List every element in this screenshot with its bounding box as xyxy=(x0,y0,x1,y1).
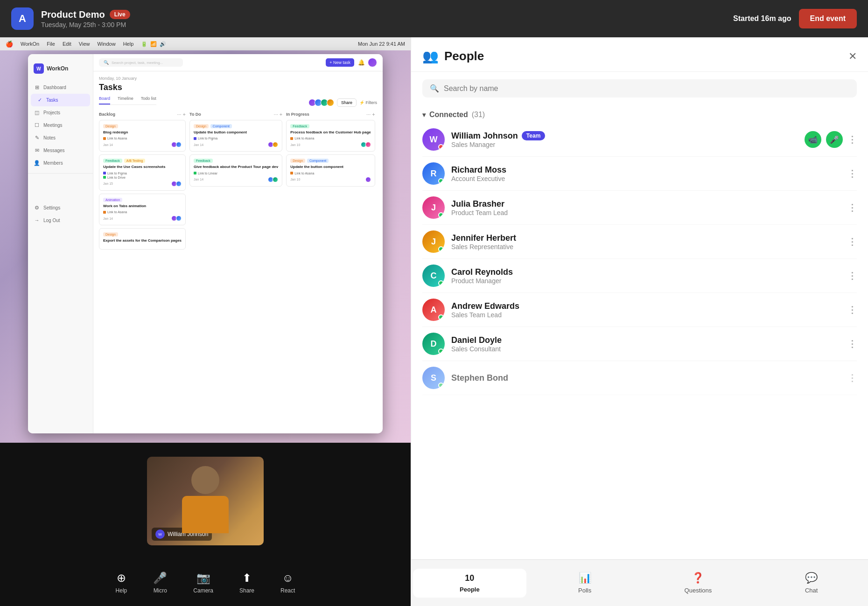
help-icon: ⊕ xyxy=(117,571,126,585)
mac-menu-bar: 🍎 WorkOn File Edit View Window Help 🔋📶🔊 … xyxy=(0,37,411,50)
panel-title-row: 👥 People xyxy=(422,49,484,64)
tag: Component xyxy=(307,159,329,163)
person-info-richard: Richard Moss Account Executive xyxy=(451,165,841,182)
sidebar-item-tasks[interactable]: ✓ Tasks xyxy=(31,94,90,106)
logout-icon: → xyxy=(34,217,40,223)
video-tile-william: W William Johnson xyxy=(147,457,264,545)
app-icon: A xyxy=(11,7,34,30)
help-button[interactable]: ⊕ Help xyxy=(103,566,140,599)
app-topbar-right: + New task 🔔 xyxy=(326,58,377,67)
tab-timeline[interactable]: Timeline xyxy=(118,96,133,104)
task-title: Update the button component xyxy=(290,165,371,169)
column-inprogress-title: In Progress xyxy=(286,112,309,117)
people-search-input[interactable] xyxy=(444,84,849,93)
bottom-bar: ⊕ Help 🎤 Micro 📷 Camera ⬆ Share ☺ React xyxy=(0,559,411,606)
nav-questions-button[interactable]: ❓ Questions xyxy=(642,567,755,599)
person-name-william: William Johnson xyxy=(451,131,518,141)
new-task-button[interactable]: + New task xyxy=(326,58,354,67)
more-menu-jennifer[interactable]: ⋮ xyxy=(847,236,857,247)
video-area: W William Johnson xyxy=(0,443,411,559)
person-name-stephen: Stephen Bond xyxy=(451,373,841,383)
panel-close-button[interactable]: ✕ xyxy=(848,50,857,63)
more-menu-andrew[interactable]: ⋮ xyxy=(847,304,857,315)
more-menu-richard[interactable]: ⋮ xyxy=(847,168,857,179)
more-menu-carol[interactable]: ⋮ xyxy=(847,270,857,281)
more-menu-julia[interactable]: ⋮ xyxy=(847,202,857,213)
sidebar-item-dashboard[interactable]: ⊞ Dashboard xyxy=(28,81,93,94)
more-menu-william[interactable]: ⋮ xyxy=(847,134,857,145)
column-backlog-title: Backlog xyxy=(99,112,115,117)
sidebar-item-members[interactable]: 👤 Members xyxy=(28,157,93,169)
screen-share-area: 🍎 WorkOn File Edit View Window Help 🔋📶🔊 … xyxy=(0,37,411,443)
share-button[interactable]: ⬆ Share xyxy=(226,566,267,599)
more-menu-daniel[interactable]: ⋮ xyxy=(847,338,857,349)
share-button[interactable]: Share xyxy=(337,98,357,107)
react-button[interactable]: ☺ React xyxy=(267,566,308,599)
nav-polls-button[interactable]: 📊 Polls xyxy=(528,567,642,599)
column-inprogress-header: In Progress ··· + xyxy=(286,111,375,117)
sidebar-item-logout[interactable]: → Log Out xyxy=(28,214,93,226)
people-nav-label: People xyxy=(460,586,480,593)
people-panel-icon: 👥 xyxy=(422,49,439,64)
menu-window[interactable]: Window xyxy=(98,41,116,47)
sidebar-item-meetings[interactable]: ☐ Meetings xyxy=(28,119,93,132)
sidebar-item-messages-label: Messages xyxy=(43,148,65,153)
nav-chat-button[interactable]: 💬 Chat xyxy=(755,567,868,599)
tab-todo[interactable]: Todo list xyxy=(141,96,156,104)
task-title: Update the Use Cases screenshots xyxy=(103,165,182,169)
menu-help[interactable]: Help xyxy=(123,41,134,47)
camera-icon: 📷 xyxy=(196,571,210,585)
apple-logo: 🍎 xyxy=(6,41,13,48)
person-avatar-carol: C xyxy=(422,265,445,287)
end-event-button[interactable]: End event xyxy=(799,9,857,28)
video-action-william[interactable]: 📹 xyxy=(805,131,821,148)
app-search-bar[interactable]: 🔍 Search project, task, meeting... xyxy=(99,58,183,67)
more-menu-stephen[interactable]: ⋮ xyxy=(847,372,857,383)
polls-icon: 📊 xyxy=(579,572,591,584)
person-avatar-julia: J xyxy=(422,196,445,219)
tab-board[interactable]: Board xyxy=(99,96,110,104)
column-todo-actions[interactable]: ··· + xyxy=(274,111,283,117)
person-role-william: Sales Manager xyxy=(451,141,798,148)
tag: Component xyxy=(210,124,232,128)
sidebar-item-projects[interactable]: ◫ Projects xyxy=(28,106,93,119)
share-label: Share xyxy=(239,587,254,594)
tag: Feedback xyxy=(194,159,213,163)
column-backlog-actions[interactable]: ··· + xyxy=(177,111,186,117)
board-avatars xyxy=(308,99,334,106)
menu-file[interactable]: File xyxy=(47,41,55,47)
notification-icon[interactable]: 🔔 xyxy=(358,59,365,66)
meetings-icon: ☐ xyxy=(34,122,40,128)
menu-view[interactable]: View xyxy=(79,41,90,47)
column-todo: To Do ··· + DesignComponent Update the b… xyxy=(189,111,282,427)
column-backlog-header: Backlog ··· + xyxy=(99,111,186,117)
sidebar-item-settings[interactable]: ⚙ Settings xyxy=(28,202,93,214)
person-role-andrew: Sales Team Lead xyxy=(451,311,841,319)
mac-time: Mon Jun 22 9:41 AM xyxy=(358,41,405,47)
camera-button[interactable]: 📷 Camera xyxy=(180,566,226,599)
people-list: ▾ Connected (31) W William Johnson Team … xyxy=(411,105,868,559)
menu-workon[interactable]: WorkOn xyxy=(21,41,39,47)
sidebar-item-messages[interactable]: ✉ Messages xyxy=(28,144,93,157)
person-item-jennifer: J Jennifer Herbert Sales Representative … xyxy=(422,225,857,259)
person-avatar-stephen: S xyxy=(422,367,445,389)
person-name-daniel: Daniel Doyle xyxy=(451,335,841,345)
nav-people-button[interactable]: 10 People xyxy=(413,569,526,598)
video-user-avatar: W xyxy=(155,529,165,539)
sidebar-item-notes[interactable]: ✎ Notes xyxy=(28,132,93,144)
connected-section-header[interactable]: ▾ Connected (31) xyxy=(422,105,857,123)
task-card: DesignComponent Update the button compon… xyxy=(286,154,375,186)
filters-button[interactable]: ⚡ Filters xyxy=(359,100,377,105)
projects-icon: ◫ xyxy=(34,110,40,116)
menu-edit[interactable]: Edit xyxy=(63,41,71,47)
column-inprogress-actions[interactable]: ··· + xyxy=(366,111,375,117)
workon-logo-text: WorkOn xyxy=(47,65,68,72)
micro-button[interactable]: 🎤 Micro xyxy=(140,566,180,599)
mic-action-william[interactable]: 🎤 xyxy=(826,131,843,148)
right-panel: 👥 People ✕ 🔍 ▾ Connected (31) W xyxy=(411,37,868,606)
sidebar-item-members-label: Members xyxy=(43,160,63,166)
video-placeholder: W William Johnson xyxy=(147,457,264,545)
task-title: Give feedback about the Product Tour pag… xyxy=(194,165,278,169)
people-search-wrap[interactable]: 🔍 xyxy=(422,79,857,98)
tag: Design xyxy=(103,232,118,237)
